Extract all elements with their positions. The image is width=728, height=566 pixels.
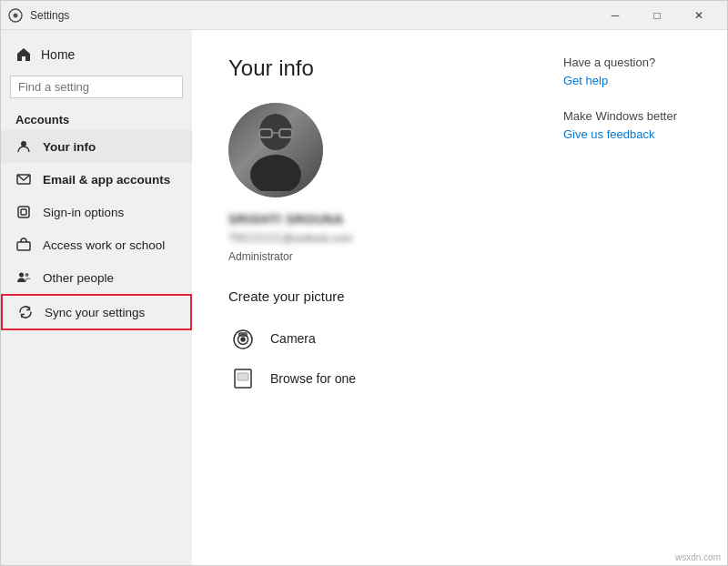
help-section: Have a question? Get help [563, 56, 709, 87]
make-better-label: Make Windows better [563, 109, 709, 123]
camera-icon [228, 324, 258, 353]
svg-point-1 [14, 13, 18, 17]
avatar-placeholder [228, 103, 323, 197]
page-title: Your info [228, 56, 509, 81]
sidebar-label-your-info: Your info [43, 140, 96, 154]
right-panel: Have a question? Get help Make Windows b… [545, 30, 727, 565]
svg-point-18 [241, 338, 245, 341]
sidebar-item-your-info[interactable]: Your info [1, 130, 192, 163]
camera-option[interactable]: Camera [228, 318, 509, 359]
close-button[interactable]: ✕ [678, 1, 720, 30]
svg-point-4 [21, 141, 26, 147]
avatar [228, 103, 323, 197]
question-label: Have a question? [563, 56, 709, 69]
app-body: Home Accounts Your info [1, 30, 727, 565]
people-icon [15, 269, 32, 286]
accounts-section-label: Accounts [1, 107, 192, 130]
work-icon [15, 237, 32, 253]
sidebar-label-other-people: Other people [43, 271, 114, 285]
watermark: wsxdn.com [675, 552, 721, 562]
svg-rect-7 [21, 209, 26, 215]
user-email: TRCCCCC@outlook.com [228, 232, 509, 245]
sidebar-home[interactable]: Home [1, 37, 192, 72]
titlebar: Settings ─ □ ✕ [1, 1, 727, 30]
sidebar-item-sync[interactable]: Sync your settings [1, 294, 192, 330]
app-icon [8, 8, 23, 23]
sidebar-item-other-people[interactable]: Other people [1, 261, 192, 294]
search-box[interactable] [10, 76, 183, 98]
maximize-button[interactable]: □ [636, 1, 678, 30]
sidebar: Home Accounts Your info [1, 30, 192, 565]
search-input[interactable] [18, 80, 171, 94]
email-icon [15, 171, 32, 187]
window-title: Settings [30, 9, 594, 22]
svg-point-10 [25, 273, 29, 277]
settings-window: Settings ─ □ ✕ Home [0, 0, 728, 566]
svg-point-15 [250, 155, 301, 191]
give-feedback-link[interactable]: Give us feedback [563, 127, 654, 141]
user-info-section: SRISHTI SROUNA TRCCCCC@outlook.com Admin… [228, 103, 509, 263]
camera-label: Camera [270, 331, 316, 346]
minimize-button[interactable]: ─ [594, 1, 636, 30]
sidebar-label-signin: Sign-in options [43, 206, 124, 219]
sidebar-item-email[interactable]: Email & app accounts [1, 163, 192, 196]
svg-rect-6 [18, 207, 29, 217]
browse-label: Browse for one [270, 371, 356, 386]
svg-point-11 [259, 114, 292, 150]
sidebar-label-email: Email & app accounts [43, 173, 170, 187]
sidebar-item-work[interactable]: Access work or school [1, 228, 192, 261]
signin-icon [15, 204, 32, 220]
svg-point-9 [19, 273, 24, 278]
create-picture-label: Create your picture [228, 288, 509, 304]
get-help-link[interactable]: Get help [563, 74, 608, 87]
sync-icon [17, 304, 34, 320]
sidebar-label-work: Access work or school [43, 238, 165, 252]
svg-rect-21 [238, 373, 248, 380]
browse-option[interactable]: Browse for one [228, 359, 509, 399]
sidebar-item-signin[interactable]: Sign-in options [1, 196, 192, 228]
home-label: Home [41, 47, 75, 62]
avatar-silhouette [239, 109, 312, 191]
user-role: Administrator [228, 250, 509, 263]
main-content: Your info [192, 30, 545, 565]
your-info-icon [15, 138, 32, 155]
browse-icon [228, 364, 258, 393]
home-icon [15, 46, 32, 63]
feedback-section: Make Windows better Give us feedback [563, 109, 709, 141]
sidebar-label-sync: Sync your settings [45, 306, 145, 319]
window-controls: ─ □ ✕ [594, 1, 720, 30]
svg-rect-8 [17, 242, 30, 250]
user-name: SRISHTI SROUNA [228, 212, 509, 227]
